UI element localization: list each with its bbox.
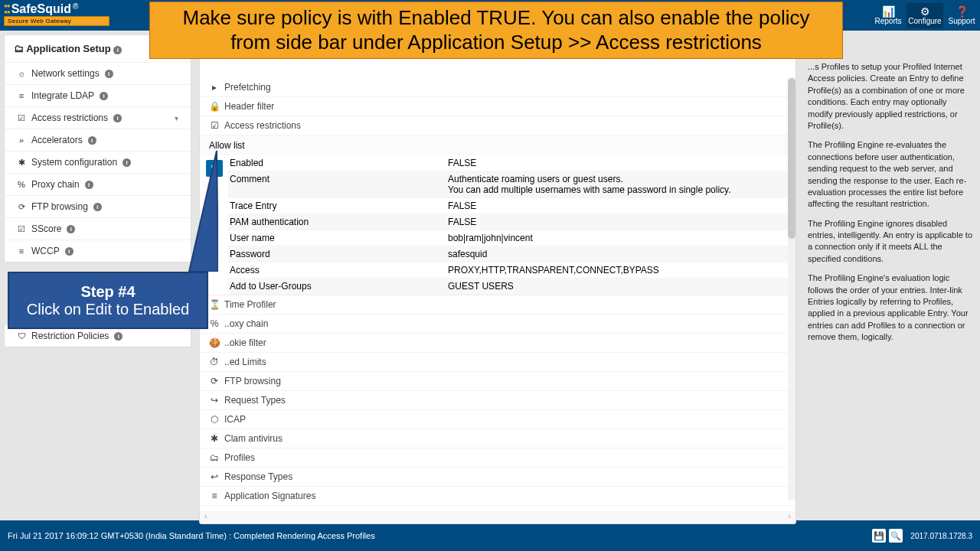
entry-row-password: Passwordsafesquid [228,246,795,262]
entry-row-trace-entry: Trace EntryFALSE [228,198,795,214]
section-icon: ⌛ [209,299,220,310]
section-response-types[interactable]: ↩Response Types [200,468,795,487]
section--okie-filter[interactable]: 🍪..okie filter [200,334,795,353]
section-profiles[interactable]: 🗂Profiles [200,448,795,468]
item-icon: ⟳ [17,202,26,212]
info-icon[interactable]: i [85,181,93,189]
entry-row-access: AccessPROXY,HTTP,TRANSPARENT,CONNECT,BYP… [228,262,795,279]
item-icon: ☑ [17,113,26,123]
sidebar-item-sscore[interactable]: ☑SScorei [5,217,191,240]
section--ed-limits[interactable]: ⏱..ed Limits [200,353,795,372]
section-ftp-browsing[interactable]: ⟳FTP browsing [200,372,795,391]
item-icon: ☑ [17,224,26,234]
item-icon: » [17,135,26,145]
section-icon: ⟳ [209,376,220,386]
help-icon: ❓ [943,6,980,17]
callout-pointer [188,149,218,272]
allow-list-header: Allow list [200,135,795,155]
section-clam-antivirus[interactable]: ✱Clam antivirus [200,429,795,448]
entry-row-comment: CommentAuthenticate roaming users or gue… [228,171,795,198]
info-icon[interactable]: i [67,225,75,233]
svg-marker-0 [189,151,218,272]
section-icon: ✱ [209,433,220,444]
section-icon: ↩ [209,471,220,482]
section-header-filter[interactable]: 🔒Header filter [200,97,795,116]
support-tab[interactable]: ❓Support [943,3,980,28]
item-icon: ✱ [17,158,26,168]
policy-entry: ✎ EnabledFALSECommentAuthenticate roamin… [200,155,795,295]
sidebar-item-ftp-browsing[interactable]: ⟳FTP browsingi [5,195,191,217]
info-icon[interactable]: i [100,92,108,100]
section-icon: ⬡ [209,414,220,425]
chevron-down-icon: ▾ [175,114,178,122]
gears-icon: ⚙ [906,6,943,17]
section-icon: ▸ [209,82,220,93]
section-icon: 🗂 [209,452,220,463]
section-icon: ↪ [209,395,220,406]
info-icon[interactable]: i [105,70,113,78]
horizontal-scrollbar[interactable]: ‹› [200,511,795,523]
section-icap[interactable]: ⬡ICAP [200,410,795,429]
chart-icon: 📊 [870,6,906,17]
section-icon: % [209,318,220,329]
item-icon: ≡ [17,246,26,256]
save-icon[interactable]: 💾 [872,529,886,543]
configure-tab[interactable]: ⚙Configure [906,3,943,28]
entry-row-add-to-user-groups: Add to User-GroupsGUEST USERS [228,279,795,295]
sidebar-item-integrate-ldap[interactable]: ≡Integrate LDAPi [5,84,191,106]
reports-tab[interactable]: 📊Reports [870,3,906,28]
entry-row-pam-authentication: PAM authenticationFALSE [228,214,795,230]
item-icon: % [17,180,26,189]
section-icon: ☑ [209,120,220,131]
status-text: Fri Jul 21 2017 16:09:12 GMT+0530 (India… [8,531,375,540]
content-panel: ▸Prefetching🔒Header filter☑Access restri… [199,34,796,524]
info-icon[interactable]: i [88,136,96,145]
sidebar-item-proxy-chain[interactable]: %Proxy chaini [5,173,191,195]
logo: ●●●● SafeSquid ® Secure Web Gateway [0,0,113,31]
section-icon: ⏱ [209,357,220,367]
sidebar-item-access-restrictions[interactable]: ☑Access restrictionsi▾ [5,106,191,129]
section-time-profiler[interactable]: ⌛Time Profiler [200,295,795,315]
item-icon: ≡ [17,91,26,100]
section-icon: 🍪 [209,337,220,348]
shield-icon: 🛡 [17,331,26,341]
item-icon: ☼ [17,69,26,78]
vertical-scrollbar[interactable] [788,78,795,500]
step-callout: Step #4 Click on Edit to Enabled [8,272,208,329]
info-icon[interactable]: i [93,203,102,211]
section-icon: 🔒 [209,101,220,112]
section-access-restrictions[interactable]: ☑Access restrictions [200,116,795,135]
sidebar-item-wccp[interactable]: ≡WCCPi [5,240,191,262]
status-bar: Fri Jul 21 2017 16:09:12 GMT+0530 (India… [0,520,980,551]
annotation-banner: Make sure policy is with Enabled TRUE. Y… [149,2,843,59]
info-icon[interactable]: i [65,247,74,256]
logo-name: SafeSquid [11,2,71,16]
entry-row-enabled: EnabledFALSE [228,155,795,171]
section-application-signatures[interactable]: ≡Application Signatures [200,487,795,506]
sidebar-item-accelerators[interactable]: »Acceleratorsi [5,129,191,151]
help-panel: ...s Profiles to setup your Profiled Int… [800,31,980,520]
section-request-types[interactable]: ↪Request Types [200,391,795,410]
section-icon: ≡ [209,491,220,501]
entry-row-user-name: User namebob|ram|john|vincent [228,230,795,246]
info-icon[interactable]: i [113,46,122,54]
logo-tagline: Secure Web Gateway [4,16,109,26]
info-icon[interactable]: i [114,332,122,341]
search-icon[interactable]: 🔍 [889,529,903,543]
version-label: 2017.0718.1728.3 [910,532,972,540]
info-icon[interactable]: i [113,114,122,122]
section--oxy-chain[interactable]: %..oxy chain [200,315,795,334]
sidebar-item-system-configuration[interactable]: ✱System configurationi [5,151,191,173]
sidebar-item-network-settings[interactable]: ☼Network settingsi [5,62,191,84]
section-prefetching[interactable]: ▸Prefetching [200,78,795,97]
info-icon[interactable]: i [122,158,131,167]
